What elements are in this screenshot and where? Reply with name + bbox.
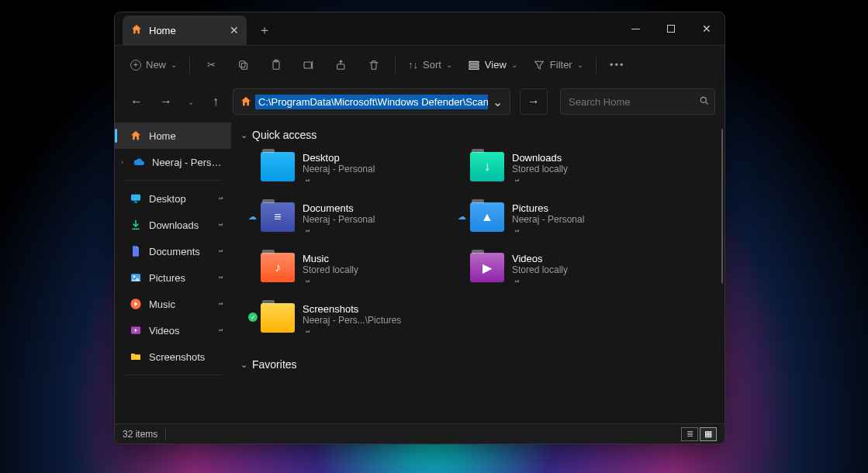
quick-access-documents[interactable]: ☁ ≡ Documents Neeraj - Personal <box>261 202 462 236</box>
svg-rect-7 <box>469 64 479 66</box>
scrollbar[interactable] <box>718 129 724 392</box>
filter-icon <box>533 59 545 71</box>
go-button[interactable]: → <box>520 88 548 115</box>
close-window-button[interactable]: ✕ <box>689 12 724 45</box>
filter-button[interactable]: Filter ⌄ <box>527 52 590 78</box>
pin-icon <box>300 275 313 288</box>
pin-icon <box>300 326 313 338</box>
arrow-right-icon: → <box>527 95 540 109</box>
chevron-down-icon: ⌄ <box>188 98 194 106</box>
search-box[interactable] <box>560 88 715 115</box>
plus-circle-icon: + <box>130 60 141 71</box>
paste-button[interactable] <box>261 52 291 78</box>
pin-icon <box>213 298 226 310</box>
sidebar-item-label: Documents <box>149 246 200 257</box>
sort-label: Sort <box>423 59 441 71</box>
folder-icon: ↓ <box>470 152 504 181</box>
chevron-down-icon[interactable]: ⌄ <box>488 95 507 109</box>
new-button[interactable]: + New ⌄ <box>124 52 183 78</box>
close-tab-icon[interactable]: ✕ <box>230 24 239 36</box>
section-quick-access[interactable]: ⌄ Quick access <box>237 129 712 141</box>
minimize-button[interactable] <box>617 12 653 45</box>
more-button[interactable]: ••• <box>603 52 632 78</box>
ellipsis-icon: ••• <box>610 59 625 71</box>
chevron-down-icon: ⌄ <box>240 360 247 370</box>
quick-access-pictures[interactable]: ☁ ▲ Pictures Neeraj - Personal <box>470 202 672 236</box>
back-button[interactable]: ← <box>124 89 149 114</box>
cut-button[interactable]: ✂ <box>196 52 226 78</box>
folder-icon: ☁ ▲ <box>470 202 504 232</box>
quick-access-screenshots[interactable]: ✓ Screenshots Neeraj - Pers...\Pictures <box>261 303 462 337</box>
chevron-down-icon: ⌄ <box>240 130 247 140</box>
sidebar-item-music[interactable]: Music <box>115 291 231 317</box>
search-input[interactable] <box>569 96 699 108</box>
maximize-button[interactable] <box>653 12 689 45</box>
sidebar-item-home[interactable]: Home <box>115 123 231 149</box>
quick-access-music[interactable]: ♪ Music Stored locally <box>261 253 462 286</box>
home-icon <box>129 129 143 143</box>
delete-button[interactable] <box>359 52 389 78</box>
sidebar-item-documents[interactable]: Documents <box>115 238 231 264</box>
search-icon <box>699 95 710 109</box>
up-button[interactable]: ↑ <box>203 89 228 114</box>
rename-button[interactable] <box>294 52 323 78</box>
scroll-thumb[interactable] <box>721 129 723 284</box>
new-label: New <box>146 59 166 71</box>
view-icon <box>468 59 480 71</box>
sidebar-item-screenshots[interactable]: Screenshots <box>115 344 231 370</box>
sidebar-item-label: Neeraj - Personal <box>152 157 223 168</box>
new-tab-button[interactable]: ＋ <box>251 17 278 43</box>
quick-access-desktop[interactable]: Desktop Neeraj - Personal <box>261 152 462 185</box>
recent-dropdown[interactable]: ⌄ <box>183 89 199 114</box>
close-icon: ✕ <box>702 22 711 35</box>
sidebar-item-label: Music <box>149 299 175 310</box>
item-title: Pictures <box>512 202 584 214</box>
sidebar-item-downloads[interactable]: Downloads <box>115 212 231 238</box>
sidebar-item-desktop[interactable]: Desktop <box>115 185 231 212</box>
sidebar-item-onedrive[interactable]: › Neeraj - Personal <box>115 149 231 175</box>
address-bar[interactable]: C:\ProgramData\Microsoft\Windows Defende… <box>233 88 510 115</box>
svg-rect-1 <box>240 60 245 67</box>
sidebar-item-videos[interactable]: Videos <box>115 317 231 344</box>
address-text[interactable]: C:\ProgramData\Microsoft\Windows Defende… <box>255 95 488 109</box>
quick-access-videos[interactable]: ▶ Videos Stored locally <box>470 253 672 286</box>
tab-home[interactable]: Home ✕ <box>123 16 247 45</box>
check-badge-icon: ✓ <box>248 312 258 322</box>
forward-icon: → <box>160 95 172 109</box>
section-favorites[interactable]: ⌄ Favorites <box>237 358 712 371</box>
item-title: Videos <box>512 253 568 264</box>
item-subtitle: Neeraj - Personal <box>303 214 375 225</box>
sidebar-item-pictures[interactable]: Pictures <box>115 264 231 291</box>
pin-icon <box>300 174 313 187</box>
item-subtitle: Stored locally <box>512 264 568 275</box>
svg-rect-6 <box>469 61 479 63</box>
details-view-button[interactable]: ≣ <box>681 427 698 441</box>
copy-button[interactable] <box>229 52 258 78</box>
svg-rect-10 <box>131 195 140 201</box>
pin-icon <box>510 225 522 237</box>
filter-label: Filter <box>550 59 572 71</box>
toolbar: + New ⌄ ✂ ↑↓ Sort ⌄ View ⌄ <box>115 45 724 84</box>
item-count: 32 items <box>123 429 157 440</box>
pin-icon <box>213 271 226 284</box>
item-title: Music <box>303 253 358 264</box>
pin-icon <box>213 192 226 205</box>
view-button[interactable]: View ⌄ <box>462 52 524 78</box>
sidebar-item-label: Desktop <box>149 193 186 205</box>
chevron-right-icon[interactable]: › <box>118 158 126 166</box>
quick-access-downloads[interactable]: ↓ Downloads Stored locally <box>470 152 672 185</box>
tiles-view-button[interactable]: ▦ <box>700 427 717 441</box>
titlebar: Home ✕ ＋ ✕ <box>115 12 724 45</box>
status-bar: 32 items ≣ ▦ <box>115 423 724 444</box>
item-subtitle: Neeraj - Personal <box>512 214 584 225</box>
separator <box>165 429 166 440</box>
share-button[interactable] <box>327 52 356 78</box>
pin-icon <box>300 225 313 237</box>
separator <box>596 57 597 74</box>
chevron-down-icon: ⌄ <box>577 60 583 69</box>
folder-icon: ▶ <box>470 253 504 282</box>
separator <box>189 57 190 74</box>
sort-button[interactable]: ↑↓ Sort ⌄ <box>402 52 458 78</box>
forward-button[interactable]: → <box>154 89 178 114</box>
pin-icon <box>213 245 226 257</box>
